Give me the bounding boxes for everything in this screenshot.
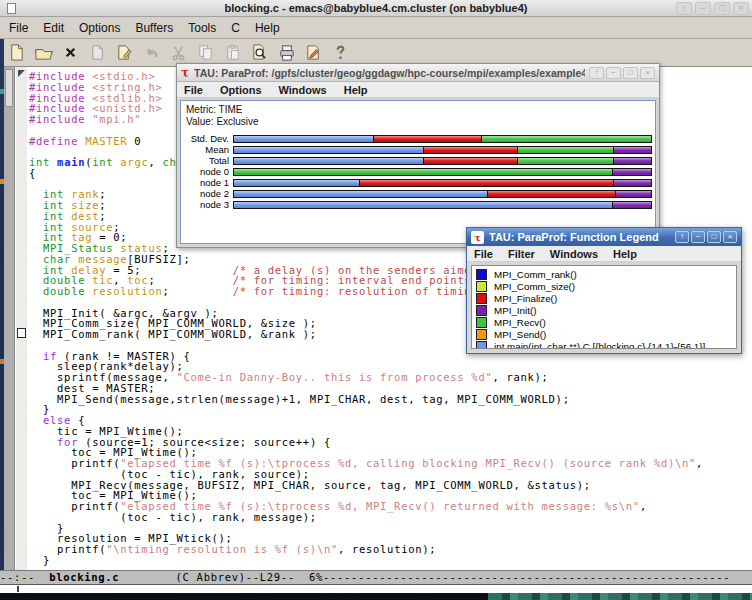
code-token: { xyxy=(29,167,36,179)
paraprof-titlebar[interactable]: τ TAU: ParaProf: /gpfs/cluster/geog/ggda… xyxy=(177,64,659,82)
emacs-window-controls: ↑−□× xyxy=(676,2,749,15)
close-buffer-button[interactable] xyxy=(60,43,80,63)
paraprof-menu-options[interactable]: Options xyxy=(220,84,262,96)
chart-row-label-node-3: node 3 xyxy=(181,201,233,209)
bar-node-1[interactable] xyxy=(233,179,652,187)
emacs-shade-button[interactable]: ↑ xyxy=(676,2,692,15)
emacs-minibuffer[interactable] xyxy=(0,585,752,593)
paraprof-close-button[interactable]: × xyxy=(640,67,655,79)
legend-menu-help[interactable]: Help xyxy=(613,248,637,260)
emacs-minimize-button[interactable]: − xyxy=(695,2,711,15)
chart-row-mean: Mean xyxy=(181,146,652,154)
legend-menu-filter[interactable]: Filter xyxy=(508,248,535,260)
legend-minimize-button[interactable]: − xyxy=(691,231,705,243)
modeline-prefix: --:-- xyxy=(0,571,49,583)
bar-segment-mpi-finalize[interactable] xyxy=(424,158,519,164)
bar-segment-mpi-finalize[interactable] xyxy=(424,147,519,153)
legend-item-mpi-recv[interactable]: MPI_Recv() xyxy=(476,316,736,328)
bar-node-3[interactable] xyxy=(233,201,652,209)
paste-button[interactable] xyxy=(222,43,242,63)
code-token: , xyxy=(148,156,162,168)
bar-segment-int-main-int-char[interactable] xyxy=(234,147,424,153)
paraprof-menu-file[interactable]: File xyxy=(184,84,203,96)
bar-segment-int-main-int-char[interactable] xyxy=(234,136,374,142)
legend-color-swatch xyxy=(476,341,487,350)
legend-item-label: int main(int, char **) C [{blocking.c} {… xyxy=(494,341,705,350)
legend-titlebar[interactable]: τ TAU: ParaProf: Function Legend ↑−□× xyxy=(467,228,741,246)
emacs-menu-tools[interactable]: Tools xyxy=(188,21,216,35)
undo-button[interactable] xyxy=(141,43,161,63)
legend-shade-button[interactable]: ↑ xyxy=(675,231,689,243)
bar-node-2[interactable] xyxy=(233,190,652,198)
bar-segment-mpi-init[interactable] xyxy=(614,180,651,186)
bar-segment-mpi-init[interactable] xyxy=(613,169,651,175)
save-as-button[interactable] xyxy=(114,43,134,63)
bar-segment-int-main-int-char[interactable] xyxy=(234,158,424,164)
legend-maximize-button[interactable]: □ xyxy=(707,231,721,243)
emacs-menu-c[interactable]: C xyxy=(231,21,240,35)
new-file-button[interactable] xyxy=(6,43,26,63)
print-button[interactable] xyxy=(276,43,296,63)
bar-segment-mpi-init[interactable] xyxy=(616,191,651,197)
emacs-menu-file[interactable]: File xyxy=(9,21,28,35)
emacs-scrollbar[interactable] xyxy=(4,67,15,570)
legend-item-mpi-send[interactable]: MPI_Send() xyxy=(476,328,736,340)
help-button[interactable] xyxy=(330,43,350,63)
paraprof-menu-windows[interactable]: Windows xyxy=(279,84,327,96)
emacs-menu-buffers[interactable]: Buffers xyxy=(135,21,173,35)
search-button[interactable] xyxy=(249,43,269,63)
open-folder-button[interactable] xyxy=(33,43,53,63)
bar-segment-mpi-init[interactable] xyxy=(613,202,651,208)
bar-segment-mpi-recv[interactable] xyxy=(518,158,613,164)
bar-total[interactable] xyxy=(233,157,652,165)
legend-item-mpi-finalize[interactable]: MPI_Finalize() xyxy=(476,292,736,304)
legend-item-mpi-comm-size[interactable]: MPI_Comm_size() xyxy=(476,280,736,292)
chart-row-label-node-1: node 1 xyxy=(181,179,233,187)
paraprof-maximize-button[interactable]: □ xyxy=(623,67,638,79)
legend-item-mpi-init[interactable]: MPI_Init() xyxy=(476,304,736,316)
tau-logo-icon: τ xyxy=(471,231,484,244)
legend-menu-file[interactable]: File xyxy=(474,248,493,260)
bar-segment-mpi-recv[interactable] xyxy=(234,169,613,175)
paraprof-shade-button[interactable]: ↑ xyxy=(589,67,604,79)
bar-mean[interactable] xyxy=(233,146,652,154)
emacs-close-button[interactable]: × xyxy=(733,2,749,15)
paraprof-menu-help[interactable]: Help xyxy=(344,84,368,96)
scrollbar-thumb[interactable] xyxy=(5,69,13,107)
bar-segment-mpi-finalize[interactable] xyxy=(488,191,616,197)
cut-icon xyxy=(169,43,188,62)
code-token: argc xyxy=(120,156,148,168)
chart-row-label-std-dev: Std. Dev. xyxy=(181,135,233,143)
desktop-speck xyxy=(0,179,4,184)
bar-segment-int-main-int-char[interactable] xyxy=(234,180,360,186)
desktop-speck xyxy=(0,359,4,364)
emacs-menu-help[interactable]: Help xyxy=(255,21,280,35)
paraprof-minimize-button[interactable]: − xyxy=(606,67,621,79)
bar-node-0[interactable] xyxy=(233,168,652,176)
bar-segment-int-main-int-char[interactable] xyxy=(234,202,613,208)
cut-button[interactable] xyxy=(168,43,188,63)
bar-segment-mpi-finalize[interactable] xyxy=(374,136,482,142)
legend-menu-windows[interactable]: Windows xyxy=(550,248,598,260)
code-token: , resolution); xyxy=(338,543,436,555)
legend-item-mpi-comm-rank[interactable]: MPI_Comm_rank() xyxy=(476,268,736,280)
copy-button[interactable] xyxy=(195,43,215,63)
emacs-menu-options[interactable]: Options xyxy=(79,21,120,35)
desktop-speck xyxy=(0,89,4,94)
save-button[interactable] xyxy=(87,43,107,63)
emacs-menu-edit[interactable]: Edit xyxy=(43,21,64,35)
bar-segment-mpi-init[interactable] xyxy=(614,158,651,164)
bar-segment-mpi-finalize[interactable] xyxy=(360,180,614,186)
legend-item-int-main[interactable]: int main(int, char **) C [{blocking.c} {… xyxy=(476,340,736,349)
bar-segment-int-main-int-char[interactable] xyxy=(234,191,488,197)
bar-segment-mpi-recv[interactable] xyxy=(482,136,651,142)
legend-color-swatch xyxy=(476,269,487,280)
emacs-maximize-button[interactable]: □ xyxy=(714,2,730,15)
customize-button[interactable] xyxy=(303,43,323,63)
bar-segment-mpi-init[interactable] xyxy=(614,147,651,153)
bar-std-dev[interactable] xyxy=(233,135,652,143)
bar-segment-mpi-recv[interactable] xyxy=(518,147,613,153)
legend-close-button[interactable]: × xyxy=(723,231,737,243)
customize-icon xyxy=(304,43,323,62)
help-icon xyxy=(331,43,350,62)
